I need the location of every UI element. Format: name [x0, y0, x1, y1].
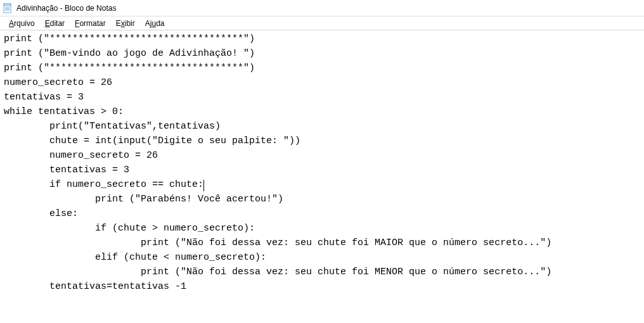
menu-exibir-rest: ibir: [125, 19, 135, 28]
editor-line[interactable]: print("Tentativas",tentativas): [4, 119, 640, 134]
menu-formatar-rest: ormatar: [79, 19, 105, 28]
editor-line[interactable]: print ("Bem-vindo ao jogo de Adivinhação…: [4, 46, 640, 61]
editor-line[interactable]: print ("Não foi dessa vez: seu chute foi…: [4, 236, 640, 250]
text-caret: [203, 180, 204, 191]
editor-line[interactable]: if numero_secreto == chute:: [4, 177, 640, 192]
editor-line[interactable]: if (chute > numero_secreto):: [4, 221, 640, 236]
editor-line[interactable]: tentativas=tentativas -1: [4, 279, 640, 294]
editor-line[interactable]: tentativas = 3: [4, 163, 640, 177]
menu-ajuda-pre: Aj: [145, 19, 152, 28]
menu-arquivo[interactable]: Arquivo: [4, 18, 40, 29]
editor-line[interactable]: print ("Parabéns! Você acertou!"): [4, 192, 640, 206]
menu-formatar[interactable]: Formatar: [70, 18, 111, 29]
menubar: Arquivo Editar Formatar Exibir Ajuda: [0, 16, 644, 30]
menu-editar[interactable]: Editar: [40, 18, 70, 29]
editor-line[interactable]: while tentativas > 0:: [4, 104, 640, 119]
editor-line[interactable]: tentativas = 3: [4, 90, 640, 104]
menu-arquivo-rest: rquivo: [14, 19, 35, 28]
menu-exibir[interactable]: Exibir: [111, 18, 140, 29]
editor-line[interactable]: numero_secreto = 26: [4, 148, 640, 163]
menu-ajuda[interactable]: Ajuda: [140, 18, 170, 29]
editor-line[interactable]: chute = int(input("Digite o seu palpite:…: [4, 134, 640, 148]
menu-exibir-pre: E: [116, 19, 121, 28]
editor-line[interactable]: print ("Não foi dessa vez: seu chute foi…: [4, 265, 640, 279]
editor-line[interactable]: elif (chute < numero_secreto):: [4, 250, 640, 265]
editor-line[interactable]: else:: [4, 206, 640, 221]
menu-ajuda-rest: da: [156, 19, 164, 28]
text-editor-area[interactable]: print ("********************************…: [0, 30, 644, 295]
window-title: Adivinhação - Bloco de Notas: [16, 4, 116, 13]
titlebar: Adivinhação - Bloco de Notas: [0, 0, 644, 16]
editor-line[interactable]: numero_secreto = 26: [4, 75, 640, 90]
editor-line[interactable]: print ("********************************…: [4, 61, 640, 75]
svg-rect-1: [4, 4, 11, 6]
menu-editar-rest: ditar: [50, 19, 65, 28]
editor-line[interactable]: print ("********************************…: [4, 32, 640, 46]
notepad-icon: [3, 3, 13, 13]
